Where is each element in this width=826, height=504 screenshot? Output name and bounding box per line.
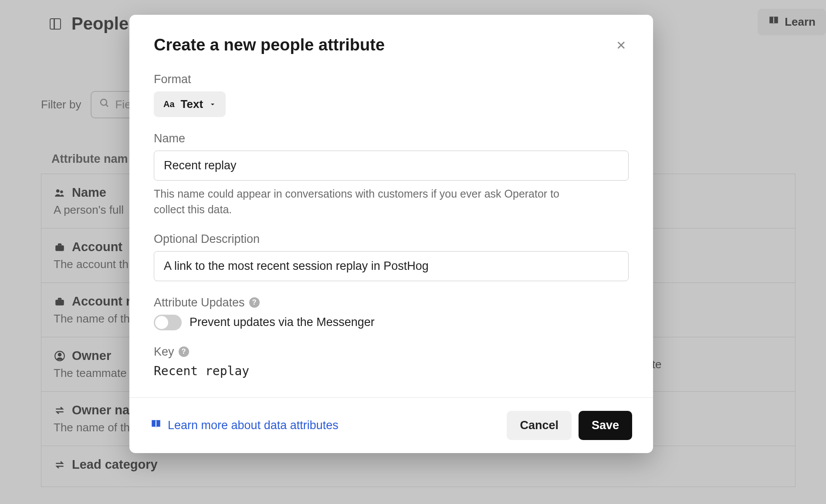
toggle-knob <box>155 316 168 329</box>
book-icon <box>150 418 162 433</box>
save-button[interactable]: Save <box>579 411 632 440</box>
name-label: Name <box>154 132 629 145</box>
key-field: Key ? Recent replay <box>154 345 629 378</box>
format-label: Format <box>154 73 629 86</box>
help-icon[interactable]: ? <box>249 297 260 308</box>
footer-actions: Cancel Save <box>507 411 632 440</box>
format-value: Text <box>181 97 203 111</box>
learn-more-label: Learn more about data attributes <box>168 419 339 432</box>
close-icon: ✕ <box>616 39 626 52</box>
format-dropdown[interactable]: Aa Text <box>154 91 226 117</box>
name-field: Name This name could appear in conversat… <box>154 132 629 218</box>
name-input[interactable] <box>154 151 629 181</box>
updates-field: Attribute Updates ? Prevent updates via … <box>154 296 629 330</box>
chevron-down-icon <box>209 97 216 111</box>
close-button[interactable]: ✕ <box>613 36 629 55</box>
prevent-updates-toggle[interactable] <box>154 315 182 330</box>
description-label: Optional Description <box>154 232 629 246</box>
description-input[interactable] <box>154 251 629 281</box>
modal-footer: Learn more about data attributes Cancel … <box>129 397 653 453</box>
key-label: Key ? <box>154 345 629 359</box>
updates-toggle-row: Prevent updates via the Messenger <box>154 315 629 330</box>
format-field: Format Aa Text <box>154 73 629 117</box>
modal-body: Format Aa Text Name This name could appe… <box>129 60 653 397</box>
modal-header: Create a new people attribute ✕ <box>129 15 653 60</box>
cancel-button[interactable]: Cancel <box>507 411 572 440</box>
create-attribute-modal: Create a new people attribute ✕ Format A… <box>129 15 653 453</box>
help-icon[interactable]: ? <box>179 346 189 357</box>
updates-label: Attribute Updates ? <box>154 296 629 309</box>
learn-more-link[interactable]: Learn more about data attributes <box>150 418 339 433</box>
modal-title: Create a new people attribute <box>154 36 385 54</box>
text-format-icon: Aa <box>163 99 175 109</box>
toggle-label: Prevent updates via the Messenger <box>190 316 375 329</box>
name-hint: This name could appear in conversations … <box>154 186 589 218</box>
key-value: Recent replay <box>154 364 629 378</box>
description-field: Optional Description <box>154 232 629 281</box>
